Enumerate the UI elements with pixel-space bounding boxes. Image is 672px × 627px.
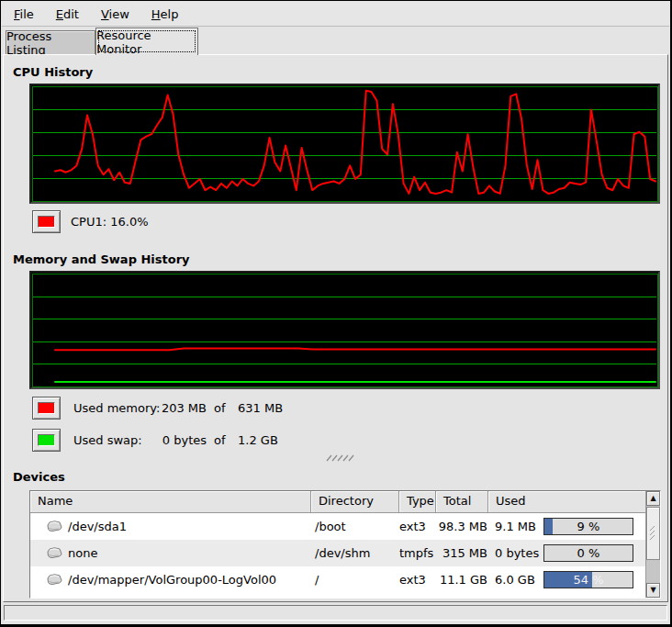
used-memory-color-swatch <box>38 402 55 414</box>
device-total: 315 MB <box>436 546 488 560</box>
used-memory-value: 203 MB <box>124 397 207 420</box>
device-total: 98.3 MB <box>436 520 488 533</box>
device-name: /dev/sda1 <box>68 520 127 533</box>
used-swap-value: 0 bytes <box>124 429 207 452</box>
disk-drive-icon <box>47 574 62 586</box>
device-directory: / <box>311 573 399 587</box>
menu-item-view[interactable]: View <box>93 4 138 25</box>
tab-resource-monitor-label: Resource Monitor <box>96 28 197 56</box>
devices-scrollbar[interactable]: ▲ ▼ <box>645 491 660 598</box>
scrollbar-down-button[interactable]: ▼ <box>646 583 660 598</box>
cpu-history-title: CPU History <box>13 65 93 79</box>
resource-monitor-page: CPU History CPU1: 16.0% Memory and Swap … <box>3 54 668 602</box>
scroll-down-icon: ▼ <box>650 587 655 594</box>
cpu-history-graph <box>29 84 660 204</box>
status-bar <box>4 605 667 621</box>
cpu1-color-button[interactable] <box>32 210 61 233</box>
devices-table: Name Directory Type Total Used /dev/sda1… <box>29 490 661 599</box>
used-memory-color-button[interactable] <box>32 397 61 420</box>
menu-label-rest: iew <box>109 7 129 21</box>
device-used-cell: 6.0 GB54 % <box>488 571 645 588</box>
grip-lines-icon <box>326 453 355 463</box>
scroll-up-icon: ▲ <box>650 495 655 502</box>
memory-swap-graph <box>29 271 660 389</box>
device-used-value: 6.0 GB <box>488 573 543 587</box>
tab-process-listing[interactable]: Process Listing <box>6 30 95 54</box>
device-directory: /dev/shm <box>311 546 399 560</box>
menu-mnemonic: V <box>101 7 109 21</box>
device-total: 11.1 GB <box>436 573 488 587</box>
scrollbar-thumb[interactable] <box>646 507 660 560</box>
disk-drive-icon <box>47 521 62 532</box>
used-swap-of: of <box>214 429 226 452</box>
memory-swap-chart <box>31 273 658 387</box>
device-directory: /boot <box>311 520 399 533</box>
disk-drive-icon <box>47 547 62 559</box>
tab-resource-monitor[interactable]: Resource Monitor <box>95 28 198 55</box>
column-header-directory[interactable]: Directory <box>311 491 399 513</box>
devices-title: Devices <box>13 470 65 484</box>
cpu1-legend-label: CPU1: 16.0% <box>71 210 149 233</box>
used-swap-color-swatch <box>38 434 55 446</box>
usage-percent-label: 0 % <box>544 545 633 561</box>
cpu1-color-swatch <box>38 216 55 228</box>
memory-history-title: Memory and Swap History <box>13 252 190 266</box>
thumb-grip-icon <box>649 526 657 541</box>
device-used-value: 0 bytes <box>488 546 543 560</box>
used-memory-total: 631 MB <box>238 397 283 420</box>
column-header-total[interactable]: Total <box>436 491 488 513</box>
column-header-name[interactable]: Name <box>30 491 311 513</box>
usage-progress-bar: 9 % <box>543 518 633 535</box>
tab-bar: Process Listing Resource Monitor <box>3 28 668 54</box>
usage-progress-bar: 54 % <box>543 571 633 588</box>
menu-bar: FileEditViewHelp <box>2 2 669 27</box>
pane-resize-grip[interactable] <box>326 452 355 462</box>
menu-mnemonic: E <box>56 7 63 21</box>
devices-table-body: /dev/sda1/bootext398.3 MB9.1 MB9 % none/… <box>30 513 645 598</box>
usage-progress-bar: 0 % <box>543 544 633 562</box>
used-swap-color-button[interactable] <box>32 429 61 452</box>
device-name-cell: /dev/sda1 <box>30 520 311 533</box>
scrollbar-up-button[interactable]: ▲ <box>646 491 660 506</box>
usage-percent-label: 54 % <box>544 572 633 588</box>
menu-item-file[interactable]: File <box>6 4 42 25</box>
table-row[interactable]: none/dev/shmtmpfs315 MB0 bytes0 % <box>30 540 645 566</box>
menu-mnemonic: H <box>151 7 161 21</box>
device-name: none <box>68 546 97 560</box>
cpu-history-chart <box>31 85 658 202</box>
menu-label-rest: dit <box>63 7 79 21</box>
scrollbar-trough[interactable] <box>646 561 660 582</box>
used-memory-of: of <box>214 397 226 420</box>
menu-label-rest: ile <box>20 7 34 21</box>
device-type: ext3 <box>399 573 436 587</box>
device-name: /dev/mapper/VolGroup00-LogVol00 <box>68 573 276 587</box>
devices-table-header: Name Directory Type Total Used <box>30 491 660 513</box>
usage-percent-label: 9 % <box>544 519 633 534</box>
system-monitor-window: FileEditViewHelp Process Listing Resourc… <box>0 0 672 627</box>
device-type: tmpfs <box>399 546 436 560</box>
device-used-cell: 9.1 MB9 % <box>488 518 645 535</box>
menu-label-rest: elp <box>161 7 179 21</box>
menu-item-help[interactable]: Help <box>143 4 187 25</box>
menu-item-edit[interactable]: Edit <box>48 4 87 25</box>
used-swap-total: 1.2 GB <box>238 429 278 452</box>
table-row[interactable]: /dev/mapper/VolGroup00-LogVol00/ext311.1… <box>30 566 645 593</box>
device-name-cell: none <box>30 546 311 560</box>
column-header-type[interactable]: Type <box>399 491 436 513</box>
device-used-cell: 0 bytes0 % <box>488 544 645 562</box>
tab-process-listing-label: Process Listing <box>6 29 95 57</box>
device-name-cell: /dev/mapper/VolGroup00-LogVol00 <box>30 573 311 587</box>
column-header-used[interactable]: Used <box>488 491 660 513</box>
device-type: ext3 <box>399 520 436 533</box>
device-used-value: 9.1 MB <box>488 520 543 533</box>
table-row[interactable]: /dev/sda1/bootext398.3 MB9.1 MB9 % <box>30 513 645 540</box>
